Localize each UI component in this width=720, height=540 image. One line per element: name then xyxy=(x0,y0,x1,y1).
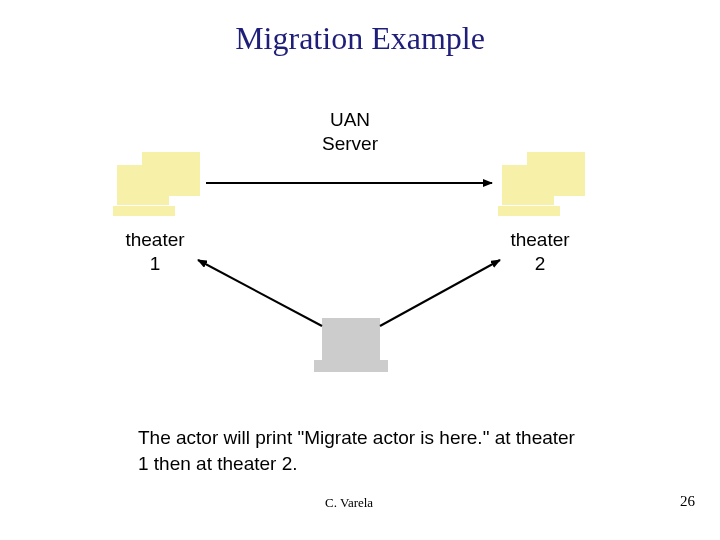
svg-rect-2 xyxy=(117,165,169,205)
theater-2-label: theater 2 xyxy=(495,228,585,276)
svg-rect-7 xyxy=(322,318,380,360)
footer-page-number: 26 xyxy=(680,493,695,510)
footer-author: C. Varela xyxy=(325,495,373,511)
svg-rect-5 xyxy=(502,165,554,205)
slide: Migration Example UA xyxy=(0,0,720,540)
arrow-actor-to-theater2 xyxy=(380,260,500,326)
svg-rect-3 xyxy=(113,206,175,216)
caption-text: The actor will print "Migrate actor is h… xyxy=(138,425,578,476)
svg-rect-6 xyxy=(498,206,560,216)
actor-icon xyxy=(314,318,388,372)
workstation-theater-2-icon xyxy=(498,152,585,216)
workstation-theater-1-icon xyxy=(113,152,200,216)
arrow-actor-to-theater1 xyxy=(198,260,322,326)
svg-rect-8 xyxy=(314,360,388,372)
uan-server-label: UAN Server xyxy=(295,108,405,156)
theater-1-label: theater 1 xyxy=(110,228,200,276)
